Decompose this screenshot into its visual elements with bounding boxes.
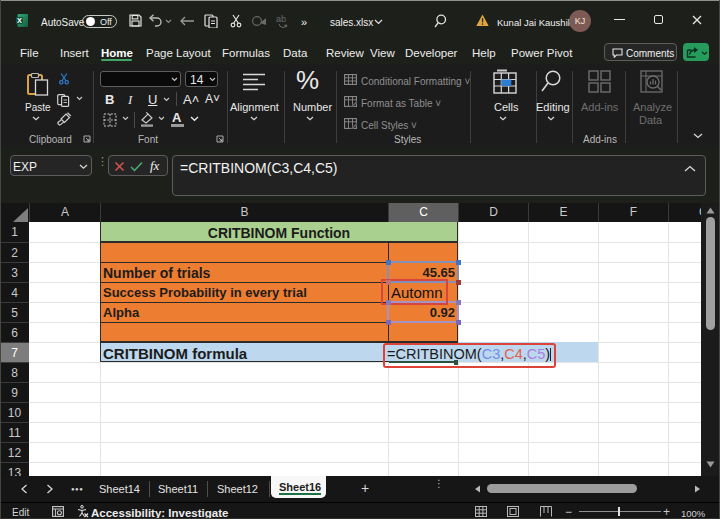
svg-text:X: X bbox=[17, 16, 22, 25]
svg-text:ab: ab bbox=[276, 14, 286, 24]
